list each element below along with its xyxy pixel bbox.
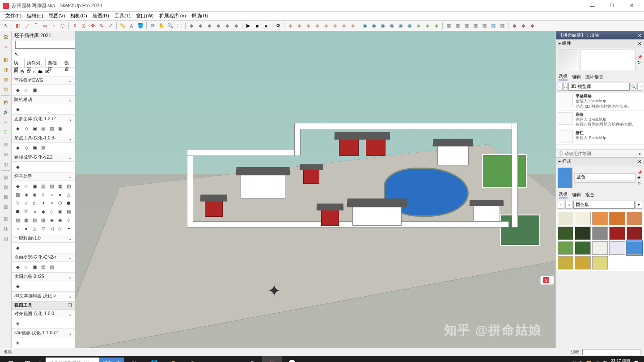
plugin-section-header[interactable]: 正多面体-汉化-1.2-r2⌄ xyxy=(12,114,75,123)
plugin-section-header[interactable]: 加点工具-汉化-1.0.3-⌄ xyxy=(12,134,75,143)
close-icon[interactable]: ✕ xyxy=(638,33,641,38)
plugin-search-input[interactable] xyxy=(15,41,75,49)
tab-stats[interactable]: 统计信息 xyxy=(585,74,603,80)
style-swatch[interactable] xyxy=(609,241,625,255)
plugin-tool-icon[interactable]: ▧ xyxy=(65,183,72,189)
ext-icon[interactable]: ◆ xyxy=(223,22,231,30)
style-swatch[interactable] xyxy=(627,212,642,225)
stop-icon[interactable]: ■ xyxy=(253,22,261,30)
mail-icon[interactable]: ✉ xyxy=(45,69,49,75)
pushpull-icon[interactable]: ⇧ xyxy=(71,22,79,30)
circle-icon[interactable]: ○ xyxy=(1,42,10,51)
style-swatch[interactable] xyxy=(558,212,573,225)
info-icon[interactable]: ⓘ xyxy=(559,151,563,157)
tool-icon[interactable]: 环 xyxy=(1,225,10,234)
plugin-tool-icon[interactable]: ⎈ xyxy=(31,208,38,215)
plugin-tool-icon[interactable]: ◆ xyxy=(14,164,21,170)
plugin-tool-icon[interactable]: ◈ xyxy=(14,339,21,346)
system-tray[interactable]: ︿ CK 中 📶 🔊 英 23:17 周四 2021/4/15 💬 xyxy=(564,358,643,362)
plugin-tool-icon[interactable]: ✧ xyxy=(48,200,55,206)
style-swatch[interactable] xyxy=(575,241,590,255)
tab-visit[interactable]: 访问 xyxy=(12,59,24,67)
tab-settings[interactable]: 设置 xyxy=(62,59,75,67)
plugin-tool-icon[interactable]: ◉ xyxy=(31,191,38,198)
chevron-down-icon[interactable]: ⌄ xyxy=(68,294,72,299)
plugin-tool-icon[interactable]: ◆ xyxy=(14,244,21,251)
plugin-icon[interactable]: ◉ xyxy=(397,22,405,30)
chevron-down-icon[interactable]: ⌄ xyxy=(68,236,72,241)
record-icon[interactable]: ● xyxy=(262,22,270,30)
app-icon[interactable]: ● xyxy=(203,356,223,362)
plugin-icon[interactable]: ▦ xyxy=(445,22,453,30)
menu-tools[interactable]: 工具(T) xyxy=(112,12,133,20)
plugin-icon[interactable]: ▦ xyxy=(480,22,488,30)
app-icon[interactable]: ● xyxy=(223,356,242,362)
plugin-tool-icon[interactable]: ◈ xyxy=(48,217,55,223)
style-swatch[interactable] xyxy=(575,212,590,225)
menu-window[interactable]: 窗口(W) xyxy=(133,12,157,20)
plugin-icon[interactable]: ▦ xyxy=(471,22,479,30)
tool-icon[interactable]: 🔊 xyxy=(1,107,10,116)
plugin-icon[interactable]: ◉ xyxy=(406,22,414,30)
plugin-icon[interactable]: ◆ xyxy=(519,22,527,30)
tool-icon[interactable]: ◫ xyxy=(1,160,10,168)
menu-help[interactable]: 帮助(H) xyxy=(189,12,211,20)
plugin-tool-icon[interactable]: ◆ xyxy=(14,283,21,290)
pin-icon[interactable]: 📌 xyxy=(637,55,642,59)
plugin-tool-icon[interactable]: ▥ xyxy=(48,183,55,189)
onenote-icon[interactable]: N xyxy=(124,356,144,362)
plugin-tool-icon[interactable]: ◆ xyxy=(14,125,21,132)
refresh-icon[interactable]: ↻ xyxy=(26,69,30,75)
tool-icon[interactable]: 田 xyxy=(1,215,10,224)
plugin-tool-icon[interactable]: ▤ xyxy=(65,208,72,215)
pan-icon[interactable]: ✋ xyxy=(157,22,165,30)
circle-tool-icon[interactable]: ○ xyxy=(50,22,58,30)
tool-icon[interactable]: ◩ xyxy=(1,97,10,106)
plugin-icon[interactable]: ◆ xyxy=(528,22,536,30)
paint-icon[interactable]: 🪣 xyxy=(136,22,144,30)
style-swatch[interactable] xyxy=(558,227,573,240)
components-panel-header[interactable]: ▸ 组件 ✕ xyxy=(556,39,644,47)
plugin-tool-icon[interactable]: ▣ xyxy=(31,264,38,270)
style-swatch[interactable] xyxy=(575,256,590,269)
plugin-tool-icon[interactable]: ◊ xyxy=(65,217,72,223)
plugin-tool-icon[interactable]: ◆ xyxy=(14,144,21,151)
plugin-tool-icon[interactable]: ▥ xyxy=(14,217,21,223)
minimize-button[interactable]: — xyxy=(582,0,602,12)
app-icon[interactable]: ▮ xyxy=(242,356,262,362)
line-tool-icon[interactable]: ／ xyxy=(23,22,31,30)
new-icon[interactable]: ✚ xyxy=(637,176,642,180)
home-icon[interactable]: ⌂ xyxy=(33,69,36,75)
zoom-icon[interactable]: 🔍 xyxy=(166,22,174,30)
plugin-tool-icon[interactable]: ◆ xyxy=(14,106,21,113)
menu-extensions[interactable]: 扩展程序 (x) xyxy=(157,12,189,20)
nav-back-icon[interactable]: ← xyxy=(558,83,563,91)
model-viewport[interactable]: ✦ 知乎 @拼命姑娘 xyxy=(75,31,555,348)
details-icon[interactable]: ▾ xyxy=(636,201,642,209)
plugin-tool-icon[interactable]: ▣ xyxy=(31,183,38,189)
style-swatch[interactable] xyxy=(558,256,573,269)
tool-icon[interactable]: ↔ xyxy=(1,117,10,126)
plugin-tool-icon[interactable]: ◈ xyxy=(23,191,30,198)
tab-edit[interactable]: 编辑 xyxy=(572,74,581,80)
plugin-icon[interactable]: ◈ xyxy=(340,22,348,30)
tool-icon[interactable]: ◨ xyxy=(1,65,10,74)
polygon-tool-icon[interactable]: ⬡ xyxy=(59,22,67,30)
style-swatch[interactable] xyxy=(575,227,590,240)
chevron-down-icon[interactable]: ⌄ xyxy=(68,78,72,83)
chevron-down-icon[interactable]: ⌄ xyxy=(68,136,72,141)
component-search-input[interactable] xyxy=(568,83,630,91)
menu-view[interactable]: 视图(V) xyxy=(46,12,68,20)
menu-camera[interactable]: 相机(C) xyxy=(68,12,89,20)
style-swatch[interactable] xyxy=(592,241,608,255)
tray-header[interactable]: 【拼命姑娘】：加油 ✕ xyxy=(556,31,644,39)
plugin-tool-icon[interactable]: ● xyxy=(23,225,30,232)
tray-chevron-icon[interactable]: ︿ xyxy=(564,360,568,362)
plugin-tool-icon[interactable]: ▥ xyxy=(48,264,55,270)
move-icon[interactable]: ✥ xyxy=(89,22,97,30)
tape-icon[interactable]: 📏 xyxy=(119,22,127,30)
plugin-tool-icon[interactable]: ▽ xyxy=(40,225,47,232)
plugin-tool-icon[interactable]: ▨ xyxy=(40,217,47,223)
ime-floating-toolbar[interactable]: S xyxy=(540,276,554,285)
zoom-extents-icon[interactable]: ⛶ xyxy=(175,22,183,30)
